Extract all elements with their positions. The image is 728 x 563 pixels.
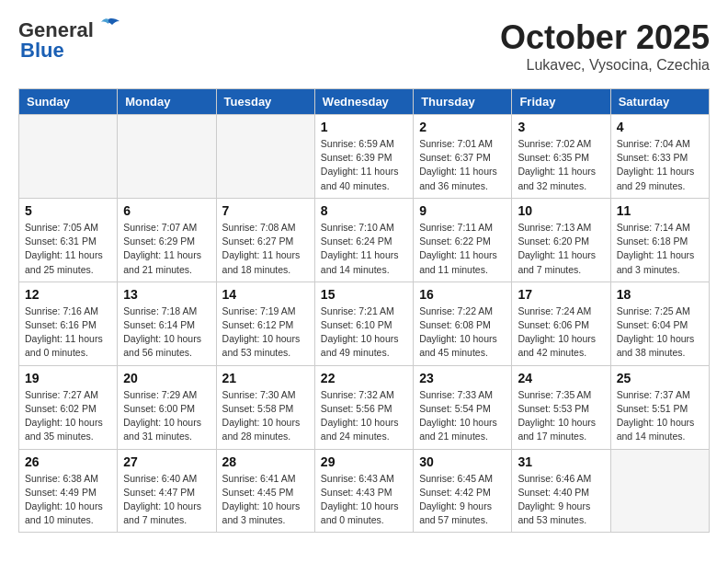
- day-number: 31: [518, 454, 604, 469]
- day-info: Sunrise: 7:27 AM Sunset: 6:02 PM Dayligh…: [25, 388, 111, 444]
- day-info: Sunrise: 7:13 AM Sunset: 6:20 PM Dayligh…: [518, 221, 604, 277]
- day-info: Sunrise: 7:18 AM Sunset: 6:14 PM Dayligh…: [123, 304, 210, 361]
- calendar-cell: 12Sunrise: 7:16 AM Sunset: 6:16 PM Dayli…: [19, 282, 118, 365]
- day-number: 11: [617, 203, 703, 218]
- calendar-day-header: Thursday: [414, 89, 512, 115]
- calendar-day-header: Wednesday: [314, 89, 413, 115]
- calendar-cell: 14Sunrise: 7:19 AM Sunset: 6:12 PM Dayli…: [216, 282, 314, 365]
- day-number: 1: [321, 120, 407, 134]
- calendar-week-row: 5Sunrise: 7:05 AM Sunset: 6:31 PM Daylig…: [19, 198, 710, 282]
- day-info: Sunrise: 7:14 AM Sunset: 6:18 PM Dayligh…: [617, 221, 703, 277]
- day-number: 12: [25, 287, 111, 302]
- day-info: Sunrise: 7:02 AM Sunset: 6:35 PM Dayligh…: [518, 137, 604, 193]
- day-number: 9: [419, 203, 506, 218]
- calendar-day-header: Friday: [512, 89, 610, 115]
- day-number: 28: [222, 454, 309, 469]
- calendar-cell: 2Sunrise: 7:01 AM Sunset: 6:37 PM Daylig…: [414, 115, 512, 199]
- day-number: 5: [25, 203, 111, 218]
- day-info: Sunrise: 7:11 AM Sunset: 6:22 PM Dayligh…: [419, 221, 506, 277]
- calendar-cell: 10Sunrise: 7:13 AM Sunset: 6:20 PM Dayli…: [512, 198, 610, 282]
- calendar-cell: 7Sunrise: 7:08 AM Sunset: 6:27 PM Daylig…: [216, 198, 314, 282]
- calendar-day-header: Sunday: [19, 89, 118, 115]
- day-info: Sunrise: 7:32 AM Sunset: 5:56 PM Dayligh…: [321, 388, 407, 444]
- day-number: 20: [123, 371, 210, 385]
- calendar-cell: [610, 449, 709, 533]
- day-number: 4: [617, 120, 703, 134]
- calendar-cell: 31Sunrise: 6:46 AM Sunset: 4:40 PM Dayli…: [512, 449, 610, 533]
- day-info: Sunrise: 7:33 AM Sunset: 5:54 PM Dayligh…: [419, 388, 506, 444]
- calendar-day-header: Tuesday: [216, 89, 314, 115]
- day-number: 15: [321, 287, 407, 302]
- day-number: 23: [419, 371, 506, 385]
- day-number: 29: [321, 454, 407, 469]
- day-info: Sunrise: 6:41 AM Sunset: 4:45 PM Dayligh…: [222, 472, 309, 528]
- calendar-week-row: 12Sunrise: 7:16 AM Sunset: 6:16 PM Dayli…: [19, 282, 710, 365]
- calendar-cell: 11Sunrise: 7:14 AM Sunset: 6:18 PM Dayli…: [610, 198, 709, 282]
- day-info: Sunrise: 6:46 AM Sunset: 4:40 PM Dayligh…: [518, 472, 604, 528]
- day-number: 13: [123, 287, 210, 302]
- calendar-week-row: 26Sunrise: 6:38 AM Sunset: 4:49 PM Dayli…: [19, 449, 710, 533]
- day-info: Sunrise: 7:35 AM Sunset: 5:53 PM Dayligh…: [518, 388, 604, 444]
- calendar-header-row: SundayMondayTuesdayWednesdayThursdayFrid…: [19, 89, 710, 115]
- calendar-cell: 22Sunrise: 7:32 AM Sunset: 5:56 PM Dayli…: [314, 365, 413, 449]
- day-number: 25: [617, 371, 703, 385]
- location-title: Lukavec, Vysocina, Czechia: [500, 57, 710, 74]
- day-info: Sunrise: 7:10 AM Sunset: 6:24 PM Dayligh…: [321, 221, 407, 277]
- calendar-cell: 8Sunrise: 7:10 AM Sunset: 6:24 PM Daylig…: [314, 198, 413, 282]
- calendar-cell: 29Sunrise: 6:43 AM Sunset: 4:43 PM Dayli…: [314, 449, 413, 533]
- title-section: October 2025 Lukavec, Vysocina, Czechia: [500, 18, 710, 74]
- day-number: 10: [518, 203, 604, 218]
- day-info: Sunrise: 7:25 AM Sunset: 6:04 PM Dayligh…: [617, 304, 703, 361]
- day-info: Sunrise: 7:30 AM Sunset: 5:58 PM Dayligh…: [222, 388, 309, 444]
- day-info: Sunrise: 7:01 AM Sunset: 6:37 PM Dayligh…: [419, 137, 506, 193]
- day-number: 16: [419, 287, 506, 302]
- day-info: Sunrise: 6:45 AM Sunset: 4:42 PM Dayligh…: [419, 472, 506, 528]
- day-number: 22: [321, 371, 407, 385]
- calendar-cell: 23Sunrise: 7:33 AM Sunset: 5:54 PM Dayli…: [414, 365, 512, 449]
- day-info: Sunrise: 7:37 AM Sunset: 5:51 PM Dayligh…: [617, 388, 703, 444]
- calendar-cell: 28Sunrise: 6:41 AM Sunset: 4:45 PM Dayli…: [216, 449, 314, 533]
- day-info: Sunrise: 6:59 AM Sunset: 6:39 PM Dayligh…: [321, 137, 407, 193]
- calendar-cell: 5Sunrise: 7:05 AM Sunset: 6:31 PM Daylig…: [19, 198, 118, 282]
- calendar-week-row: 19Sunrise: 7:27 AM Sunset: 6:02 PM Dayli…: [19, 365, 710, 449]
- day-info: Sunrise: 7:29 AM Sunset: 6:00 PM Dayligh…: [123, 388, 210, 444]
- calendar-cell: 20Sunrise: 7:29 AM Sunset: 6:00 PM Dayli…: [118, 365, 216, 449]
- calendar-cell: 6Sunrise: 7:07 AM Sunset: 6:29 PM Daylig…: [118, 198, 216, 282]
- day-number: 7: [222, 203, 309, 218]
- calendar-cell: [118, 115, 216, 199]
- calendar-cell: 24Sunrise: 7:35 AM Sunset: 5:53 PM Dayli…: [512, 365, 610, 449]
- logo-bird-icon: [96, 17, 121, 38]
- day-number: 26: [25, 454, 111, 469]
- calendar-cell: 27Sunrise: 6:40 AM Sunset: 4:47 PM Dayli…: [118, 449, 216, 533]
- calendar-cell: 17Sunrise: 7:24 AM Sunset: 6:06 PM Dayli…: [512, 282, 610, 365]
- day-number: 3: [518, 120, 604, 134]
- calendar-cell: 1Sunrise: 6:59 AM Sunset: 6:39 PM Daylig…: [314, 115, 413, 199]
- day-info: Sunrise: 7:05 AM Sunset: 6:31 PM Dayligh…: [25, 221, 111, 277]
- day-number: 18: [617, 287, 703, 302]
- calendar-cell: 21Sunrise: 7:30 AM Sunset: 5:58 PM Dayli…: [216, 365, 314, 449]
- logo-blue-text: Blue: [20, 39, 64, 63]
- day-info: Sunrise: 7:04 AM Sunset: 6:33 PM Dayligh…: [617, 137, 703, 193]
- calendar-cell: 26Sunrise: 6:38 AM Sunset: 4:49 PM Dayli…: [19, 449, 118, 533]
- calendar-cell: 4Sunrise: 7:04 AM Sunset: 6:33 PM Daylig…: [610, 115, 709, 199]
- calendar-cell: [19, 115, 118, 199]
- day-number: 19: [25, 371, 111, 385]
- calendar-cell: [216, 115, 314, 199]
- calendar-week-row: 1Sunrise: 6:59 AM Sunset: 6:39 PM Daylig…: [19, 115, 710, 199]
- day-number: 2: [419, 120, 506, 134]
- calendar-cell: 25Sunrise: 7:37 AM Sunset: 5:51 PM Dayli…: [610, 365, 709, 449]
- day-info: Sunrise: 7:21 AM Sunset: 6:10 PM Dayligh…: [321, 304, 407, 361]
- logo: General Blue: [18, 18, 121, 63]
- calendar-cell: 19Sunrise: 7:27 AM Sunset: 6:02 PM Dayli…: [19, 365, 118, 449]
- calendar-day-header: Saturday: [610, 89, 709, 115]
- day-info: Sunrise: 7:24 AM Sunset: 6:06 PM Dayligh…: [518, 304, 604, 361]
- calendar-day-header: Monday: [118, 89, 216, 115]
- calendar-cell: 13Sunrise: 7:18 AM Sunset: 6:14 PM Dayli…: [118, 282, 216, 365]
- day-info: Sunrise: 7:08 AM Sunset: 6:27 PM Dayligh…: [222, 221, 309, 277]
- day-number: 14: [222, 287, 309, 302]
- calendar-table: SundayMondayTuesdayWednesdayThursdayFrid…: [18, 88, 710, 533]
- calendar-cell: 30Sunrise: 6:45 AM Sunset: 4:42 PM Dayli…: [414, 449, 512, 533]
- day-info: Sunrise: 7:07 AM Sunset: 6:29 PM Dayligh…: [123, 221, 210, 277]
- day-number: 30: [419, 454, 506, 469]
- day-number: 8: [321, 203, 407, 218]
